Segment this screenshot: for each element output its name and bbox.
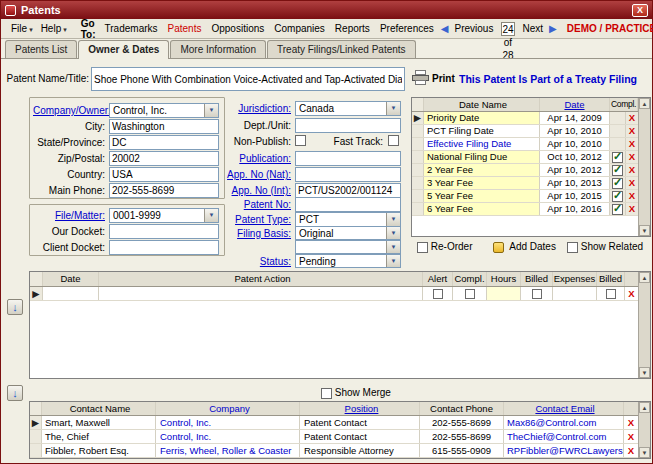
delete-contact-button[interactable]: X	[624, 416, 638, 429]
app-no-nat-input[interactable]	[295, 167, 401, 182]
date-compl-cell[interactable]	[610, 151, 626, 163]
zip-input[interactable]	[109, 151, 219, 166]
reorder-checkbox[interactable]	[417, 242, 428, 253]
patent-no-label[interactable]: Patent No:	[211, 199, 291, 210]
scroll-up-button[interactable]: ▲	[639, 402, 650, 413]
contact-row[interactable]: ▶Smart, MaxwellControl, Inc.Patent Conta…	[30, 416, 650, 430]
action-name-cell[interactable]	[99, 287, 423, 300]
app-no-nat-label[interactable]: App. No (Nat):	[211, 169, 291, 180]
tab-more-information[interactable]: More Information	[170, 40, 266, 59]
date-compl-checkbox[interactable]	[612, 191, 623, 202]
city-input[interactable]	[109, 119, 219, 134]
delete-contact-button[interactable]: X	[624, 444, 638, 457]
dates-col-date[interactable]: Date	[540, 98, 610, 111]
print-button[interactable]: Print	[432, 73, 455, 84]
alert-checkbox[interactable]	[433, 289, 443, 299]
publication-label[interactable]: Publication:	[211, 153, 291, 164]
country-input[interactable]	[109, 167, 219, 182]
action-expenses-cell[interactable]	[553, 287, 597, 300]
file-matter-combo[interactable]: 0001-9999▼	[109, 208, 219, 223]
tab-owner-dates[interactable]: Owner & Dates	[78, 40, 169, 59]
patent-no-input[interactable]	[295, 197, 401, 212]
date-compl-checkbox[interactable]	[612, 204, 623, 215]
delete-action-button[interactable]: X	[625, 287, 638, 300]
date-compl-cell[interactable]	[610, 125, 626, 137]
actions-scrollbar[interactable]: ▲ ▼	[638, 272, 650, 378]
date-row[interactable]: 3 Year FeeApr 10, 2013X	[412, 177, 650, 190]
scroll-up-button[interactable]: ▲	[639, 98, 650, 109]
date-compl-cell[interactable]	[610, 203, 626, 215]
date-compl-checkbox[interactable]	[612, 152, 623, 163]
action-billed2-cell[interactable]	[597, 287, 625, 300]
delete-contact-button[interactable]: X	[624, 430, 638, 443]
previous-arrow-icon[interactable]: ◀	[439, 23, 451, 34]
billed2-checkbox[interactable]	[606, 289, 616, 299]
date-row[interactable]: 6 Year FeeApr 10, 2016X	[412, 203, 650, 216]
action-compl-cell[interactable]	[453, 287, 487, 300]
menu-preferences[interactable]: Preferences	[375, 21, 439, 36]
jurisdiction-label[interactable]: Jurisdiction:	[211, 103, 291, 114]
chevron-down-icon[interactable]: ▼	[386, 213, 400, 226]
publication-input[interactable]	[295, 151, 401, 166]
contact-company[interactable]: Control, Inc.	[156, 430, 300, 443]
date-compl-cell[interactable]	[610, 164, 626, 176]
non-publish-checkbox[interactable]	[295, 135, 306, 146]
delete-date-button[interactable]: X	[626, 203, 638, 215]
fast-track-checkbox[interactable]	[388, 135, 399, 146]
patent-type-label[interactable]: Patent Type:	[211, 214, 291, 225]
chevron-down-icon[interactable]: ▼	[386, 255, 400, 267]
client-docket-input[interactable]	[109, 240, 219, 255]
delete-date-button[interactable]: X	[626, 112, 638, 124]
filing-basis-label[interactable]: Filing Basis:	[211, 228, 291, 239]
next-button[interactable]: Next	[519, 21, 548, 36]
actions-col-action[interactable]: Patent Action	[99, 272, 423, 286]
contacts-scrollbar[interactable]: ▲ ▼	[638, 402, 650, 458]
status-label[interactable]: Status:	[211, 256, 291, 267]
state-input[interactable]	[109, 135, 219, 150]
tab-patents-list[interactable]: Patents List	[5, 40, 77, 59]
scroll-down-button[interactable]: ▼	[639, 225, 650, 236]
date-compl-checkbox[interactable]	[612, 178, 623, 189]
jurisdiction-combo[interactable]: Canada▼	[295, 101, 401, 116]
date-row[interactable]: PCT Filing DateApr 10, 2010X	[412, 125, 650, 138]
scroll-down-button[interactable]: ▼	[639, 367, 650, 378]
previous-button[interactable]: Previous	[451, 21, 498, 36]
file-matter-label[interactable]: File/Matter:	[33, 210, 105, 221]
menu-reports[interactable]: Reports	[330, 21, 375, 36]
delete-date-button[interactable]: X	[626, 177, 638, 189]
contacts-col-company[interactable]: Company	[156, 402, 300, 415]
contacts-col-phone[interactable]: Contact Phone	[420, 402, 504, 415]
date-row[interactable]: ▶Priority DateApr 14, 2009X	[412, 112, 650, 125]
delete-date-button[interactable]: X	[626, 138, 638, 150]
expand-contacts-button[interactable]: ↓	[7, 385, 23, 401]
menu-oppositions[interactable]: Oppositions	[206, 21, 269, 36]
delete-date-button[interactable]: X	[626, 190, 638, 202]
tab-treaty-filings[interactable]: Treaty Filings/Linked Patents	[267, 40, 416, 59]
action-alert-cell[interactable]	[423, 287, 453, 300]
contact-email[interactable]: RPFibbler@FWRCLawyers.com	[504, 444, 624, 457]
action-billed-cell[interactable]	[521, 287, 553, 300]
dept-unit-input[interactable]	[295, 118, 401, 133]
app-no-int-label[interactable]: App. No (Int):	[211, 185, 291, 196]
our-docket-input[interactable]	[109, 224, 219, 239]
delete-date-button[interactable]: X	[626, 164, 638, 176]
show-merge-checkbox[interactable]	[321, 388, 332, 399]
chevron-down-icon[interactable]: ▼	[386, 241, 400, 253]
compl-checkbox[interactable]	[465, 289, 475, 299]
company-owner-combo[interactable]: Control, Inc.▼	[109, 103, 219, 118]
scroll-down-button[interactable]: ▼	[639, 447, 650, 458]
status-combo[interactable]: Pending▼	[295, 254, 401, 268]
date-compl-cell[interactable]	[610, 138, 626, 150]
print-icon[interactable]	[412, 70, 429, 85]
date-row[interactable]: 2 Year FeeApr 10, 2012X	[412, 164, 650, 177]
add-dates-button[interactable]: Add Dates	[493, 241, 556, 253]
patent-title-input[interactable]	[91, 67, 405, 91]
chevron-down-icon[interactable]: ▼	[386, 102, 400, 115]
menu-companies[interactable]: Companies	[269, 21, 330, 36]
contact-company[interactable]: Ferris, Wheel, Roller & Coaster	[156, 444, 300, 457]
action-date-cell[interactable]	[43, 287, 99, 300]
filing-basis-secondary-combo[interactable]: ▼	[295, 240, 401, 254]
dates-col-name[interactable]: Date Name	[424, 98, 540, 111]
app-no-int-input[interactable]	[295, 183, 401, 198]
next-arrow-icon[interactable]: ▶	[547, 23, 559, 34]
